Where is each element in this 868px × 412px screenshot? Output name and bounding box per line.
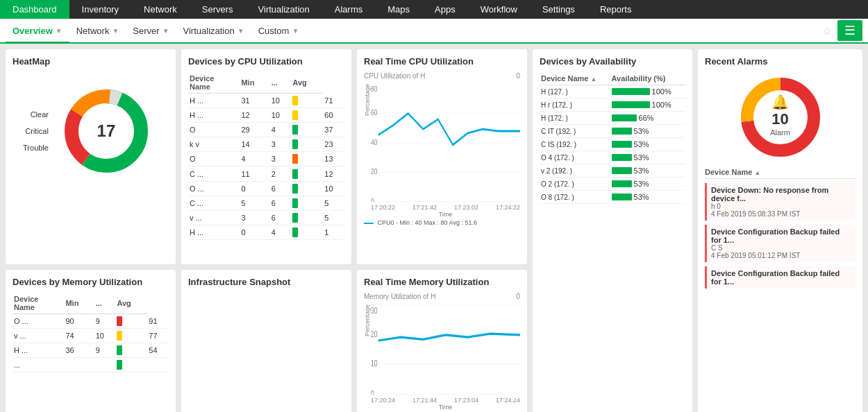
table-row: O 8 (172. ) 53% xyxy=(540,191,685,204)
nav-reports[interactable]: Reports xyxy=(587,0,644,19)
heatmap-legend-labels: Clear Critical Trouble xyxy=(23,106,49,157)
mid-cell: 10 xyxy=(94,329,116,343)
rt-cpu-panel: Real Time CPU Utilization CPU Utilizatio… xyxy=(357,49,527,264)
avail-pct2: 53% xyxy=(634,127,649,135)
table-row: O 4 (172. ) 53% xyxy=(540,151,685,164)
favorite-button[interactable]: ☆ xyxy=(817,22,837,40)
avail-bar2 xyxy=(612,101,650,108)
subnav-overview[interactable]: Overview ▼ xyxy=(6,19,69,43)
nav-network[interactable]: Network xyxy=(131,0,190,19)
device-cell: H r (172. ) xyxy=(540,98,610,112)
nav-servers[interactable]: Servers xyxy=(190,0,246,19)
avail-panel-title: Devices by Availability xyxy=(540,56,685,67)
table-row: C ... 5 6 5 xyxy=(188,196,344,210)
mid-cell: 4 xyxy=(270,225,292,239)
cpu2-col-mid: ... xyxy=(270,72,292,94)
nav-inventory[interactable]: Inventory xyxy=(69,0,131,19)
avail-bar2 xyxy=(612,128,632,135)
alarm-device: h 0 xyxy=(711,203,851,210)
cpu-legend: CPU0 - Min : 40 Max : 80 Avg : 51.6 xyxy=(364,219,520,226)
table-row: v ... 74 10 77 xyxy=(12,329,169,343)
cpu-x-labels: 17:20:22 17:21:42 17:23:02 17:24:22 xyxy=(371,204,520,211)
avg-cell: 77 xyxy=(147,329,169,343)
alarms-label: Alarm xyxy=(770,128,790,137)
cpu2-col-device: DeviceName xyxy=(188,72,240,94)
device-cell: O 8 (172. ) xyxy=(540,191,610,204)
avail-cell: 53% xyxy=(610,138,685,151)
subnav-server[interactable]: Server ▼ xyxy=(126,19,176,43)
column-1: HeatMap Clear Critical Trouble xyxy=(6,49,176,412)
rt-mem-panel-title: Real Time Memory Utilization xyxy=(364,277,520,287)
device-cell: H (172. ) xyxy=(540,112,610,125)
min-cell xyxy=(64,358,94,372)
chevron-down-icon: ▼ xyxy=(237,27,244,35)
bar-cell xyxy=(291,137,323,152)
alarm-title: Device Configuration Backup failed for 1… xyxy=(711,269,851,286)
min-cell: 4 xyxy=(240,152,269,166)
cpu-legend-line xyxy=(364,223,374,224)
mid-cell: 3 xyxy=(270,152,292,166)
device-cell: C IS (192. ) xyxy=(540,138,610,151)
alarm-item: Device Configuration Backup failed for 1… xyxy=(705,266,856,289)
bar-cell xyxy=(291,108,323,123)
cpu2-col-avg: Avg xyxy=(291,72,323,94)
subnav-custom[interactable]: Custom ▼ xyxy=(251,19,306,43)
mem-x-labels: 17:20:24 17:21:44 17:23:04 17:24:24 xyxy=(371,397,520,404)
nav-maps[interactable]: Maps xyxy=(375,0,422,19)
avail-bar2 xyxy=(612,141,632,148)
alarms-panel-title: Recent Alarms xyxy=(705,56,856,67)
nav-workflow[interactable]: Workflow xyxy=(468,0,530,19)
svg-text:60: 60 xyxy=(371,108,378,117)
alarm-list: Device Down: No response from device f..… xyxy=(705,183,856,289)
device-cell: H ... xyxy=(188,225,240,239)
infra-snapshot-panel: Infrastructure Snapshot xyxy=(181,270,351,412)
avail-pct2: 53% xyxy=(634,166,649,175)
nav-alarms[interactable]: Alarms xyxy=(322,0,375,19)
sort-icon: ▲ xyxy=(755,169,761,176)
table-row: O ... 90 9 91 xyxy=(12,314,169,329)
mem2-col-device: DeviceName xyxy=(12,293,64,314)
min-cell: 0 xyxy=(240,181,269,196)
nav-settings[interactable]: Settings xyxy=(530,0,587,19)
avg-cell: 5 xyxy=(323,210,344,225)
bell-icon: 🔔 xyxy=(770,94,790,110)
avail-pct2: 53% xyxy=(634,180,649,188)
table-row: O 29 4 37 xyxy=(188,123,344,137)
column-3: Real Time CPU Utilization CPU Utilizatio… xyxy=(357,49,527,412)
device-cell: H ... xyxy=(188,108,240,123)
nav-dashboard[interactable]: Dashboard xyxy=(0,0,69,19)
min-cell: 90 xyxy=(64,314,94,329)
device-cell: H ... xyxy=(188,94,240,108)
device-cell: O xyxy=(188,123,240,137)
avail-bar2 xyxy=(612,114,637,121)
avail2-col-device: Device Name ▲ xyxy=(540,72,610,85)
chevron-down-icon: ▼ xyxy=(162,27,169,35)
nav-virtualization[interactable]: Virtualization xyxy=(246,0,322,19)
cpu-util-table2: DeviceName Min ... Avg H ... 31 10 71 H … xyxy=(188,72,344,240)
menu-button[interactable]: ☰ xyxy=(837,20,862,41)
min-cell: 11 xyxy=(240,166,269,181)
avail-pct2: 100% xyxy=(652,101,671,109)
nav-apps[interactable]: Apps xyxy=(422,0,468,19)
mid-cell: 9 xyxy=(94,314,116,329)
alarm-item: Device Down: No response from device f..… xyxy=(705,183,856,221)
cpu2-col-min: Min xyxy=(240,72,269,94)
table-row: H ... 36 9 54 xyxy=(12,343,169,358)
subnav-virtualization[interactable]: Virtualization ▼ xyxy=(176,19,251,43)
table-row: H ... 31 10 71 xyxy=(188,94,344,108)
mid-cell: 10 xyxy=(270,94,292,108)
bar-cell xyxy=(291,94,323,108)
heatmap-panel-title: HeatMap xyxy=(12,56,169,67)
avail-column: Devices by Availability Device Name ▲ Av… xyxy=(533,49,692,412)
table-row: H (172. ) 66% xyxy=(540,112,685,125)
device-cell: v ... xyxy=(12,329,64,343)
svg-text:80: 80 xyxy=(371,85,378,93)
avg-cell: 23 xyxy=(323,137,344,152)
mid-cell: 6 xyxy=(270,196,292,210)
avail-bar2 xyxy=(612,180,632,187)
subnav-network[interactable]: Network ▼ xyxy=(69,19,126,43)
mid-cell: 6 xyxy=(270,181,292,196)
avg-cell: 91 xyxy=(147,314,169,329)
mem-y-label: Percentage xyxy=(364,304,371,336)
mem-util-table2: DeviceName Min ... Avg O ... 90 9 91 v .… xyxy=(12,293,169,372)
